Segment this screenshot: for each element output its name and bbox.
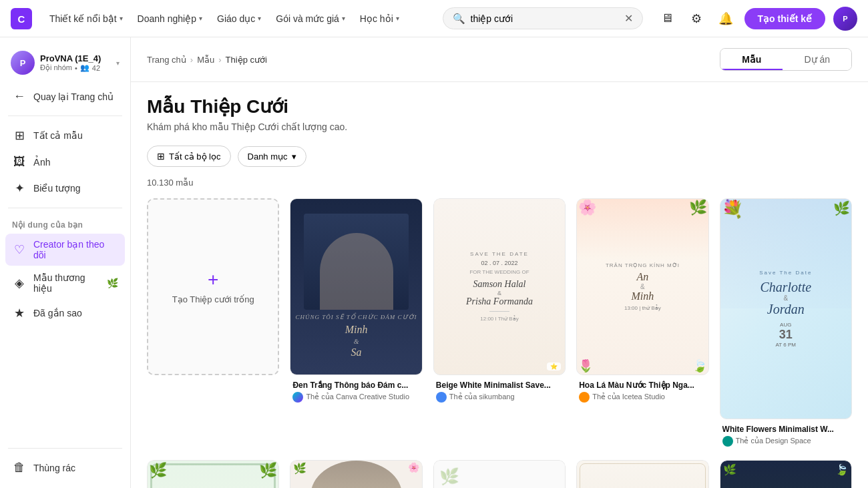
nav-doanh-nghiep[interactable]: Doanh nghiệp ▾: [131, 9, 209, 28]
card-image: CHÚNG TÔI SẼ TỔ CHỨC ĐÁM CƯỚI Minh & Sa: [290, 198, 422, 375]
card-title: Đen Trắng Thông báo Đám c...: [292, 381, 419, 390]
sidebar-item-trash[interactable]: 🗑 Thùng rác: [5, 455, 125, 480]
search-bar: 🔍 ✕: [443, 7, 643, 29]
sidebar-profile[interactable]: P ProVNA (1E_4) Đội nhóm • 👥 42 ▾: [5, 45, 125, 80]
chevron-down-icon: ▾: [199, 15, 202, 22]
search-icon: 🔍: [453, 13, 465, 25]
breadcrumb-templates[interactable]: Mẫu: [197, 55, 214, 65]
sidebar-item-photos[interactable]: 🖼 Ảnh: [5, 150, 125, 174]
template-chloe-matt[interactable]: 🌿 🌸 You're invited toOUR WEDDING Chloe &…: [290, 460, 422, 488]
template-white-flowers[interactable]: 💐 🌿 Save The Date Charlotte & Jordan AUG…: [720, 198, 852, 449]
tab-du-an[interactable]: Dự án: [783, 49, 851, 70]
search-input[interactable]: [471, 13, 619, 24]
sidebar-item-all-templates[interactable]: ⊞ Tất cả mẫu: [5, 123, 125, 148]
breadcrumb-current: Thiệp cưới: [226, 55, 267, 65]
canva-logo[interactable]: C: [11, 8, 32, 29]
view-tabs: Mẫu Dự án: [720, 48, 852, 71]
filter-icon: ⊞: [157, 151, 165, 162]
breadcrumb-home[interactable]: Trang chủ: [147, 55, 186, 65]
content-body: Mẫu Thiệp Cưới Khám phá kho mẫu Thiệp Cư…: [131, 82, 868, 488]
template-grid: + Tạo Thiệp cưới trống: [147, 198, 852, 449]
back-to-home[interactable]: ← Quay lại Trang chủ: [5, 84, 125, 109]
nav-hoc-hoi[interactable]: Học hỏi ▾: [353, 9, 406, 28]
top-navigation: C Thiết kế nổi bật ▾ Doanh nghiệp ▾ Giáo…: [0, 0, 868, 37]
content-header: Trang chủ › Mẫu › Thiệp cưới Mẫu Dự án: [131, 37, 868, 82]
heart-icon: ♡: [12, 242, 27, 257]
plus-icon: +: [208, 269, 218, 290]
grid-icon: ⊞: [12, 128, 27, 143]
card-author: Thẻ của Canva Creative Studio: [292, 392, 419, 403]
chevron-down-icon: ▾: [116, 59, 120, 67]
breadcrumb-separator: ›: [218, 55, 221, 65]
sidebar-item-brand-templates[interactable]: ◈ Mẫu thương hiệu 🌿: [5, 267, 125, 299]
blank-card-image: + Tạo Thiệp cưới trống: [147, 198, 279, 375]
author-avatar-icon: [579, 392, 590, 403]
filter-all-button[interactable]: ⊞ Tất cả bộ lọc: [147, 146, 231, 167]
monitor-icon[interactable]: 🖥: [656, 8, 678, 29]
star-icon: ★: [12, 306, 27, 320]
divider: [8, 208, 122, 208]
photo-icon: 🖼: [12, 155, 27, 169]
card-image: 🌿 🌸 You're invited toOUR WEDDING Chloe &…: [290, 460, 422, 488]
card-image: 💐 🌿 Save The Date Charlotte & Jordan AUG…: [720, 198, 852, 419]
template-beige-white[interactable]: SAVE THE DATE 02 . 07 . 2022 FOR THE WED…: [433, 198, 566, 449]
divider: [8, 448, 122, 449]
card-image: 🌸 🌿 🌷 🍃 TRÂN TRỌNG KÍNH MỜI An & Minh 13…: [576, 198, 708, 375]
template-green-save[interactable]: 🌿 🍃 Save the Date Eleanor Fitzgerald & L…: [720, 460, 852, 488]
template-thiep-moi[interactable]: Thiệp mời WEDDING INVITATION AND/OR DƯƠN…: [433, 460, 566, 488]
author-avatar-icon: [292, 392, 303, 403]
blank-template-card[interactable]: + Tạo Thiệp cưới trống: [147, 198, 279, 449]
page-title: Mẫu Thiệp Cưới: [147, 95, 852, 117]
filter-row: ⊞ Tất cả bộ lọc Danh mục ▾: [147, 146, 852, 167]
blank-card-label: Tạo Thiệp cưới trống: [172, 294, 254, 304]
card-title: Hoa Lá Màu Nước Thiệp Nga...: [579, 381, 706, 390]
nav-giao-duc[interactable]: Giáo dục ▾: [210, 9, 268, 28]
chevron-down-icon: ▾: [292, 152, 296, 162]
card-image: 🌿 🍃 Save the Date Eleanor Fitzgerald & L…: [720, 460, 852, 488]
sidebar-item-saved[interactable]: ★ Đã gắn sao: [5, 300, 125, 326]
pro-badge: ⭐: [547, 362, 561, 371]
card-author: Thẻ của Design Space: [722, 436, 849, 447]
chevron-down-icon: ▾: [120, 15, 123, 22]
brand-badge: 🌿: [107, 278, 118, 288]
template-hoa-la[interactable]: 🌸 🌿 🌷 🍃 TRÂN TRỌNG KÍNH MỜI An & Minh 13…: [576, 198, 708, 449]
page-subtitle: Khám phá kho mẫu Thiệp Cưới chất lượng c…: [147, 121, 852, 132]
user-avatar[interactable]: P: [833, 7, 857, 31]
notifications-icon[interactable]: 🔔: [715, 8, 736, 29]
author-avatar-icon: [722, 436, 733, 447]
nav-goi-gia[interactable]: Gói và mức giá ▾: [269, 9, 352, 28]
nav-thiet-ke[interactable]: Thiết kế nổi bật ▾: [43, 9, 130, 28]
chevron-down-icon: ▾: [342, 15, 345, 22]
chevron-down-icon: ▾: [258, 15, 261, 22]
svg-text:C: C: [18, 13, 25, 24]
breadcrumb: Trang chủ › Mẫu › Thiệp cưới: [147, 55, 267, 65]
breadcrumb-separator: ›: [190, 55, 193, 65]
sidebar-item-creator-follow[interactable]: ♡ Creator bạn theo dõi: [5, 234, 125, 266]
category-button[interactable]: Danh mục ▾: [238, 146, 306, 167]
divider: [8, 115, 122, 116]
result-count: 10.130 mẫu: [147, 178, 852, 188]
settings-icon[interactable]: ⚙: [686, 8, 707, 29]
template-grid-row2: 🌿 🌿 🍃 🌸 SAVE THE DATE Alex Chastain & Al…: [147, 460, 852, 488]
brand-icon: ◈: [12, 276, 27, 290]
card-image: SAVE THE DATE 02 . 07 . 2022 FOR THE WED…: [433, 198, 566, 375]
back-arrow-icon: ←: [12, 89, 27, 103]
sidebar: P ProVNA (1E_4) Đội nhóm • 👥 42 ▾ ← Quay…: [0, 37, 131, 488]
clear-search-button[interactable]: ✕: [624, 12, 633, 25]
create-design-button[interactable]: Tạo thiết kế: [744, 8, 825, 29]
tab-mau[interactable]: Mẫu: [720, 49, 783, 70]
sidebar-item-icons[interactable]: ✦ Biểu tượng: [5, 176, 125, 201]
trash-icon: 🗑: [12, 461, 27, 475]
section-title-user-content: Nội dung của bạn: [5, 215, 125, 232]
main-layout: P ProVNA (1E_4) Đội nhóm • 👥 42 ▾ ← Quay…: [0, 37, 868, 488]
card-author: Thẻ của sikumbang: [436, 392, 563, 403]
profile-name: ProVNA (1E_4): [40, 53, 111, 63]
card-title: White Flowers Minimalist W...: [722, 425, 849, 434]
chevron-down-icon: ▾: [396, 15, 399, 22]
template-so-golden[interactable]: JOIN US FOR THE WEDDINGCELEBRATION OF S …: [576, 460, 708, 488]
template-green-garden[interactable]: 🌿 🌿 🍃 🌸 SAVE THE DATE Alex Chastain & Al…: [147, 460, 279, 488]
card-title: Beige White Minimalist Save...: [436, 381, 563, 390]
template-den-trang[interactable]: CHÚNG TÔI SẼ TỔ CHỨC ĐÁM CƯỚI Minh & Sa …: [290, 198, 422, 449]
profile-subtitle: Đội nhóm • 👥 42: [40, 63, 111, 72]
avatar: P: [11, 51, 35, 75]
